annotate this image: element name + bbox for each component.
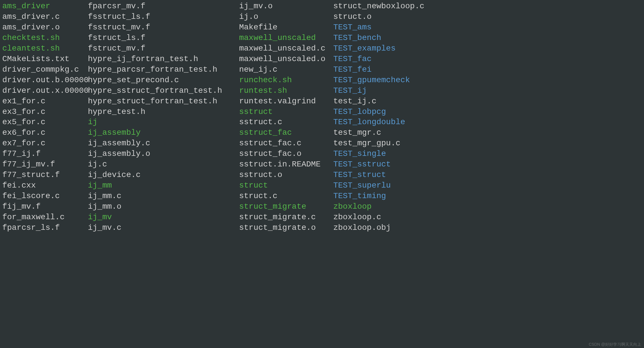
listing-row: fij_mv.fij_mm.ostruct_migratezboxloop — [2, 202, 642, 212]
file-entry: ij_mv.c — [88, 223, 239, 233]
file-entry: hypre_parcsr_fortran_test.h — [88, 65, 239, 75]
file-entry: ij_mm.o — [88, 202, 239, 212]
file-entry: fstruct_ls.f — [88, 33, 239, 43]
listing-row: ex6_for.cij_assemblysstruct_factest_mgr.… — [2, 128, 642, 138]
file-entry: ij_mv.o — [239, 1, 333, 12]
file-entry: fij_mv.f — [2, 202, 88, 212]
listing-row: driver.out.x.00000hypre_sstruct_fortran_… — [2, 86, 642, 96]
file-entry: runtest.valgrind — [239, 96, 333, 107]
file-entry: sstruct.in.README — [239, 159, 333, 170]
file-entry: driver_commpkg.c — [2, 65, 88, 75]
file-entry: ij_device.c — [88, 170, 239, 180]
file-entry: CMakeLists.txt — [2, 54, 88, 65]
file-entry: struct_migrate.c — [239, 212, 333, 223]
file-entry: TEST_examples — [333, 43, 430, 54]
file-entry: test_mgr_gpu.c — [333, 138, 430, 149]
file-entry: TEST_single — [333, 149, 430, 159]
file-entry: test_mgr.c — [333, 128, 430, 138]
file-entry: driver.out.x.00000 — [2, 86, 88, 96]
file-entry: TEST_sstruct — [333, 159, 430, 170]
file-entry: ex6_for.c — [2, 128, 88, 138]
file-entry: TEST_ij — [333, 86, 430, 96]
file-entry: ij.c — [88, 159, 239, 170]
listing-row: f77_struct.fij_device.csstruct.oTEST_str… — [2, 170, 642, 180]
file-entry: checktest.sh — [2, 33, 88, 43]
file-entry: f77_ij.f — [2, 149, 88, 159]
file-entry: struct.c — [239, 191, 333, 202]
file-entry: maxwell_unscaled.c — [239, 43, 333, 54]
file-entry: sstruct.o — [239, 170, 333, 180]
file-entry: maxwell_unscaled.o — [239, 54, 333, 65]
file-entry: sstruct_fac.o — [239, 149, 333, 159]
file-entry: hypre_sstruct_fortran_test.h — [88, 86, 239, 96]
file-entry: struct — [239, 180, 333, 191]
file-entry: ij — [88, 117, 239, 128]
listing-row: for_maxwell.cij_mvstruct_migrate.czboxlo… — [2, 212, 642, 223]
file-entry: hypre_struct_fortran_test.h — [88, 96, 239, 107]
file-entry: ij_assembly.c — [88, 138, 239, 149]
file-entry: fei.cxx — [2, 180, 88, 191]
file-entry: TEST_fac — [333, 54, 430, 65]
listing-row: ams_driverfparcsr_mv.fij_mv.ostruct_newb… — [2, 1, 642, 12]
file-entry: ams_driver.c — [2, 12, 88, 22]
file-entry: new_ij.c — [239, 65, 333, 75]
file-entry: struct.o — [333, 12, 430, 22]
listing-row: fei.cxxij_mmstructTEST_superlu — [2, 180, 642, 191]
file-entry: sstruct_fac — [239, 128, 333, 138]
listing-row: ex7_for.cij_assembly.csstruct_fac.ctest_… — [2, 138, 642, 149]
file-entry: ex1_for.c — [2, 96, 88, 107]
file-entry: hypre_ij_fortran_test.h — [88, 54, 239, 65]
file-entry: zboxloop — [333, 202, 430, 212]
file-entry: TEST_ams — [333, 22, 430, 33]
file-entry: fparcsr_mv.f — [88, 1, 239, 12]
listing-row: ams_driver.cfsstruct_ls.fij.ostruct.o — [2, 12, 642, 22]
file-entry: f77_ij_mv.f — [2, 159, 88, 170]
file-entry: runtest.sh — [239, 86, 333, 96]
file-entry: ams_driver.o — [2, 22, 88, 33]
file-entry: ex5_for.c — [2, 117, 88, 128]
listing-row: fparcsr_ls.fij_mv.cstruct_migrate.ozboxl… — [2, 223, 642, 233]
file-entry: maxwell_unscaled — [239, 33, 333, 43]
file-entry: hypre_test.h — [88, 107, 239, 117]
file-entry: TEST_timing — [333, 191, 430, 202]
terminal-ls-output: ams_driverfparcsr_mv.fij_mv.ostruct_newb… — [0, 0, 644, 234]
file-entry: f77_struct.f — [2, 170, 88, 180]
file-entry: hypre_set_precond.c — [88, 75, 239, 86]
file-entry: ams_driver — [2, 1, 88, 12]
file-entry: TEST_lobpcg — [333, 107, 430, 117]
listing-row: ex1_for.chypre_struct_fortran_test.hrunt… — [2, 96, 642, 107]
file-entry: Makefile — [239, 22, 333, 33]
file-entry: fei_lscore.c — [2, 191, 88, 202]
file-entry: fsstruct_ls.f — [88, 12, 239, 22]
listing-row: driver.out.b.00000hypre_set_precond.crun… — [2, 75, 642, 86]
file-entry: zboxloop.c — [333, 212, 430, 223]
file-entry: fparcsr_ls.f — [2, 223, 88, 233]
file-entry: TEST_fei — [333, 65, 430, 75]
file-entry: sstruct_fac.c — [239, 138, 333, 149]
file-entry: TEST_superlu — [333, 180, 430, 191]
file-entry: ex3_for.c — [2, 107, 88, 117]
listing-row: f77_ij.fij_assembly.osstruct_fac.oTEST_s… — [2, 149, 642, 159]
file-entry: ij_mv — [88, 212, 239, 223]
file-entry: TEST_bench — [333, 33, 430, 43]
file-entry: ij_assembly — [88, 128, 239, 138]
file-entry: ij.o — [239, 12, 333, 22]
file-entry: ij_mm.c — [88, 191, 239, 202]
listing-row: driver_commpkg.chypre_parcsr_fortran_tes… — [2, 65, 642, 75]
file-entry: sstruct — [239, 107, 333, 117]
listing-row: ams_driver.ofsstruct_mv.fMakefileTEST_am… — [2, 22, 642, 33]
file-entry: fstruct_mv.f — [88, 43, 239, 54]
file-entry: ij_mm — [88, 180, 239, 191]
file-entry: for_maxwell.c — [2, 212, 88, 223]
file-entry: test_ij.c — [333, 96, 430, 107]
listing-row: ex3_for.chypre_test.hsstructTEST_lobpcg — [2, 107, 642, 117]
file-entry: fsstruct_mv.f — [88, 22, 239, 33]
file-entry: struct_migrate — [239, 202, 333, 212]
file-entry: TEST_struct — [333, 170, 430, 180]
listing-row: CMakeLists.txthypre_ij_fortran_test.hmax… — [2, 54, 642, 65]
file-entry: ex7_for.c — [2, 138, 88, 149]
listing-row: checktest.shfstruct_ls.fmaxwell_unscaled… — [2, 33, 642, 43]
file-entry: zboxloop.obj — [333, 223, 430, 233]
file-entry: struct_migrate.o — [239, 223, 333, 233]
listing-row: ex5_for.cijsstruct.cTEST_longdouble — [2, 117, 642, 128]
